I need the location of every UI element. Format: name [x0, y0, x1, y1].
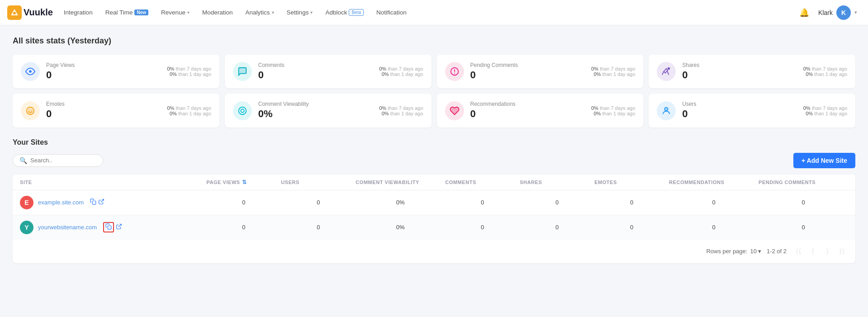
pending-comments-1day: 0% than 1 day ago [591, 71, 635, 77]
site-copy-icon-0[interactable] [90, 199, 96, 206]
comments-label: Comments [258, 62, 285, 68]
th-page-views[interactable]: PAGE VIEWS ⇅ [206, 179, 281, 185]
th-recommendations: RECOMMENDATIONS [669, 179, 759, 185]
page-views-comparisons: 0% than 7 days ago 0% than 1 day ago [167, 66, 211, 77]
td-comment-viewability-0: 0% [356, 199, 445, 206]
nav-realtime[interactable]: Real Time New [100, 6, 154, 19]
th-pending-comments: PENDING COMMENTS [759, 179, 848, 185]
avatar: K [836, 5, 851, 20]
td-pending-comments-1: 0 [759, 224, 848, 231]
users-icon [657, 101, 676, 120]
nav-realtime-label: Real Time [105, 9, 133, 16]
td-page-views-0: 0 [206, 199, 281, 206]
user-chip[interactable]: Klark K ▾ [815, 4, 861, 22]
stat-card-recommendations: Recommendations 0 0% than 7 days ago 0% … [437, 94, 644, 127]
site-external-icon-0[interactable] [98, 199, 104, 206]
site-avatar-1: Y [20, 221, 33, 234]
page-views-icon [21, 62, 40, 81]
comments-7day: 0% than 7 days ago [379, 66, 423, 71]
nav-adblock[interactable]: Adblock Beta [320, 6, 369, 19]
site-avatar-0: E [20, 196, 33, 209]
page-views-label: Page Views [46, 62, 75, 68]
first-page-button[interactable]: ⟨⟨ [792, 245, 805, 258]
analytics-chevron-icon: ▾ [272, 10, 274, 15]
nav-moderation[interactable]: Moderation [197, 6, 238, 19]
pagination-row: Rows per page: 10 ▾ 1-2 of 2 ⟨⟨ ⟨ ⟩ ⟩⟩ [13, 240, 855, 263]
nav-revenue[interactable]: Revenue ▾ [156, 6, 195, 19]
site-name-0[interactable]: example.site.com [38, 199, 84, 206]
td-recommendations-0: 0 [669, 199, 759, 206]
page-title: All sites stats (Yesterday) [13, 36, 855, 46]
sites-table: SITE PAGE VIEWS ⇅ USERS COMMENT VIEWABIL… [13, 175, 855, 263]
td-page-views-1: 0 [206, 224, 281, 231]
last-page-button[interactable]: ⟩⟩ [835, 245, 848, 258]
page-views-1day: 0% than 1 day ago [167, 71, 211, 77]
svg-point-7 [31, 110, 32, 111]
svg-rect-13 [108, 226, 111, 230]
emotes-7day: 0% than 7 days ago [167, 105, 211, 111]
th-comments: COMMENTS [445, 179, 520, 185]
users-body: Users 0 [682, 101, 696, 120]
search-box[interactable]: 🔍 [13, 154, 103, 167]
logo-icon [7, 5, 22, 20]
search-input[interactable] [30, 157, 96, 164]
recommendations-icon [445, 101, 464, 120]
shares-label: Shares [682, 62, 699, 68]
emotes-body: Emotes 0 [46, 101, 65, 120]
emotes-1day: 0% than 1 day ago [167, 111, 211, 116]
table-body: E example.site.com 0 0 0% 0 0 0 0 0 Y yo… [13, 190, 855, 240]
page-views-body: Page Views 0 [46, 62, 75, 81]
prev-page-button[interactable]: ⟨ [806, 245, 819, 258]
add-new-site-button[interactable]: + Add New Site [793, 153, 855, 168]
emotes-value: 0 [46, 108, 65, 120]
svg-point-8 [239, 107, 247, 114]
stat-card-users: Users 0 0% than 7 days ago 0% than 1 day… [649, 94, 855, 127]
stat-card-pending-comments: Pending Comments 0 0% than 7 days ago 0%… [437, 55, 644, 88]
rows-per-page-chevron-icon: ▾ [758, 248, 761, 255]
rows-per-page: Rows per page: 10 ▾ [706, 248, 761, 255]
navbar: Vuukle Integration Real Time New Revenue… [0, 0, 868, 25]
nav-settings[interactable]: Settings ▾ [281, 6, 318, 19]
comments-1day: 0% than 1 day ago [379, 71, 423, 77]
td-emotes-1: 0 [594, 224, 669, 231]
nav-analytics[interactable]: Analytics ▾ [240, 6, 280, 19]
shares-value: 0 [682, 69, 699, 81]
page-info: 1-2 of 2 [767, 248, 787, 255]
td-users-1: 0 [281, 224, 356, 231]
recommendations-comparisons: 0% than 7 days ago 0% than 1 day ago [591, 105, 635, 116]
comment-viewability-label: Comment Viewability [258, 101, 309, 107]
comments-icon [233, 62, 252, 81]
comments-body: Comments 0 [258, 62, 285, 81]
site-cell-0: E example.site.com [20, 196, 206, 209]
td-shares-0: 0 [520, 199, 594, 206]
td-emotes-0: 0 [594, 199, 669, 206]
users-label: Users [682, 101, 696, 107]
comment-viewability-value: 0% [258, 108, 309, 120]
bell-icon[interactable]: 🔔 [799, 8, 809, 18]
rows-per-page-label: Rows per page: [706, 248, 747, 255]
comment-viewability-comparisons: 0% than 7 days ago 0% than 1 day ago [379, 105, 423, 116]
svg-point-1 [13, 12, 16, 14]
nav-moderation-label: Moderation [202, 9, 233, 16]
comments-value: 0 [258, 69, 285, 81]
page-views-7day: 0% than 7 days ago [167, 66, 211, 71]
rows-per-page-select[interactable]: 10 ▾ [750, 248, 761, 255]
site-copy-icon-1[interactable] [103, 222, 114, 232]
td-shares-1: 0 [520, 224, 594, 231]
emotes-label: Emotes [46, 101, 65, 107]
adblock-badge: Beta [349, 9, 364, 16]
comments-comparisons: 0% than 7 days ago 0% than 1 day ago [379, 66, 423, 77]
site-external-icon-1[interactable] [116, 223, 122, 231]
realtime-badge: New [134, 9, 148, 15]
table-row: E example.site.com 0 0 0% 0 0 0 0 0 [13, 190, 855, 215]
td-recommendations-1: 0 [669, 224, 759, 231]
recommendations-7day: 0% than 7 days ago [591, 105, 635, 111]
comment-viewability-7day: 0% than 7 days ago [379, 105, 423, 111]
nav-notification[interactable]: Notification [371, 6, 412, 19]
logo[interactable]: Vuukle [7, 5, 53, 20]
td-comments-0: 0 [445, 199, 520, 206]
site-name-1[interactable]: yourwebsitename.com [38, 224, 97, 231]
next-page-button[interactable]: ⟩ [821, 245, 834, 258]
svg-line-14 [119, 224, 121, 227]
nav-integration[interactable]: Integration [58, 6, 98, 19]
